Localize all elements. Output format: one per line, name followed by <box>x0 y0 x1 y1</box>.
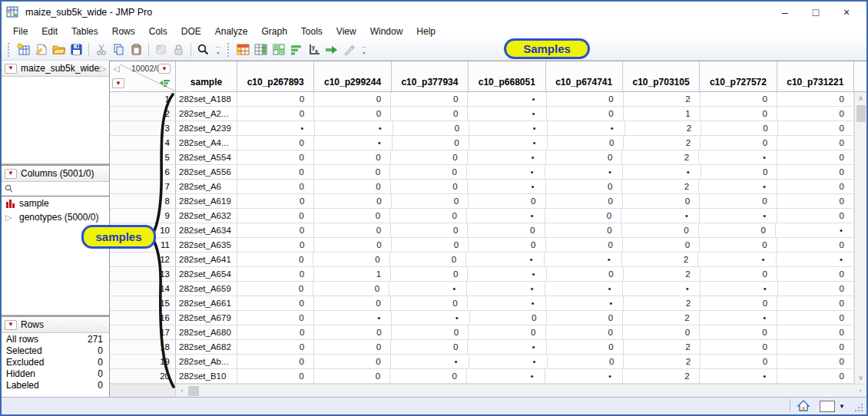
value-cell[interactable]: 0 <box>313 282 389 296</box>
value-cell[interactable]: 2 <box>624 296 701 311</box>
row-number-cell[interactable]: 3 <box>110 121 176 136</box>
value-cell[interactable]: 0 <box>237 296 314 311</box>
menu-doe[interactable]: DOE <box>174 25 208 38</box>
value-cell[interactable]: • <box>468 340 546 355</box>
value-cell[interactable]: 0 <box>777 311 854 325</box>
fit-model-icon[interactable] <box>323 42 340 57</box>
value-cell[interactable]: 0 <box>546 325 623 340</box>
value-cell[interactable]: • <box>314 311 393 325</box>
value-cell[interactable]: • <box>698 253 776 267</box>
data-table-icon[interactable] <box>235 42 251 57</box>
value-cell[interactable]: • <box>701 282 778 296</box>
value-cell[interactable]: • <box>699 150 777 165</box>
value-cell[interactable]: 0 <box>778 121 854 136</box>
window-list-box[interactable] <box>820 401 835 412</box>
value-cell[interactable]: 0 <box>314 209 391 223</box>
sample-cell[interactable]: 282set_A641 <box>176 253 237 267</box>
value-cell[interactable]: 0 <box>546 238 623 253</box>
minimize-button[interactable]: – <box>770 2 800 22</box>
value-cell[interactable]: 0 <box>314 150 391 165</box>
value-cell[interactable]: • <box>700 311 778 325</box>
value-cell[interactable]: 0 <box>777 107 854 121</box>
menu-tables[interactable]: Tables <box>65 25 105 38</box>
resize-grip[interactable] <box>854 401 863 411</box>
value-cell[interactable]: 0 <box>237 165 314 180</box>
value-cell[interactable]: 0 <box>391 150 468 165</box>
menu-cols[interactable]: Cols <box>142 25 174 38</box>
column-header-c10_p668051[interactable]: c10_p668051 <box>469 61 545 91</box>
value-cell[interactable]: 0 <box>392 325 469 340</box>
value-cell[interactable]: • <box>776 223 854 238</box>
rows-panel-red-triangle-menu[interactable]: ▼ <box>5 320 17 330</box>
column-header-c10_p377934[interactable]: c10_p377934 <box>392 61 469 91</box>
sample-cell[interactable]: 282set_A654 <box>176 267 237 282</box>
column-order-icon[interactable] <box>160 77 170 91</box>
value-cell[interactable]: 0 <box>777 194 854 209</box>
value-cell[interactable]: • <box>467 369 545 384</box>
value-cell[interactable]: 2 <box>624 355 701 369</box>
menu-help[interactable]: Help <box>409 25 442 38</box>
value-cell[interactable]: • <box>467 165 545 180</box>
value-cell[interactable]: 0 <box>701 92 777 107</box>
value-cell[interactable]: 1 <box>624 107 701 121</box>
value-cell[interactable]: 0 <box>623 238 700 253</box>
toolbar-overflow-icon[interactable]: —▾ <box>362 44 366 56</box>
value-cell[interactable]: 0 <box>700 238 777 253</box>
value-cell[interactable]: 0 <box>237 311 314 325</box>
value-cell[interactable]: • <box>699 180 777 194</box>
value-cell[interactable]: 2 <box>624 340 701 355</box>
sample-cell[interactable]: 282set_A6 <box>176 180 237 194</box>
row-number-cell[interactable]: 20 <box>110 369 176 384</box>
sample-cell[interactable]: 282set_A661 <box>176 296 237 311</box>
toolbar-grip-handle[interactable] <box>8 43 12 57</box>
value-cell[interactable]: 0 <box>469 325 545 340</box>
value-cell[interactable]: 0 <box>392 238 469 253</box>
row-number-cell[interactable]: 5 <box>110 150 176 165</box>
value-cell[interactable]: 2 <box>623 369 700 384</box>
sample-cell[interactable]: 282set_B10 <box>176 369 237 384</box>
new-data-table-icon[interactable] <box>15 42 31 57</box>
value-cell[interactable]: 0 <box>391 340 468 355</box>
menu-file[interactable]: File <box>6 25 35 38</box>
value-cell[interactable]: 0 <box>237 223 314 238</box>
value-cell[interactable]: 0 <box>314 369 391 384</box>
sample-cell[interactable]: 282set_Ab... <box>176 355 237 369</box>
menu-tools[interactable]: Tools <box>294 25 330 38</box>
sample-cell[interactable]: 282set_A679 <box>176 311 237 325</box>
value-cell[interactable]: • <box>467 209 545 223</box>
value-cell[interactable]: 0 <box>777 325 854 340</box>
menu-edit[interactable]: Edit <box>35 25 65 38</box>
row-number-cell[interactable]: 6 <box>110 165 176 180</box>
value-cell[interactable]: 0 <box>623 194 700 209</box>
value-cell[interactable]: 0 <box>237 340 314 355</box>
value-cell[interactable]: 0 <box>314 223 391 238</box>
value-cell[interactable]: 0 <box>237 282 313 296</box>
value-cell[interactable]: 0 <box>392 194 469 209</box>
value-cell[interactable]: • <box>469 121 547 136</box>
row-number-cell[interactable]: 14 <box>110 282 176 296</box>
value-cell[interactable]: 0 <box>237 136 314 150</box>
row-number-cell[interactable]: 2 <box>110 107 176 121</box>
menu-view[interactable]: View <box>330 25 363 38</box>
value-cell[interactable]: 0 <box>548 136 624 150</box>
value-cell[interactable]: 0 <box>469 194 545 209</box>
value-cell[interactable]: 0 <box>314 194 391 209</box>
column-list-item-genotypes[interactable]: ▷genotypes (5000/0) <box>2 210 109 224</box>
value-cell[interactable]: 0 <box>237 209 314 223</box>
value-cell[interactable]: 0 <box>237 267 314 282</box>
column-header-sample[interactable]: sample <box>176 61 237 91</box>
value-cell[interactable]: 0 <box>548 355 624 369</box>
value-cell[interactable]: 0 <box>391 180 468 194</box>
value-cell[interactable]: 0 <box>547 311 624 325</box>
toolbar-overflow-icon[interactable]: —▾ <box>216 44 220 56</box>
value-cell[interactable]: • <box>468 92 546 107</box>
lock-icon[interactable] <box>171 42 187 57</box>
value-cell[interactable]: • <box>468 267 546 282</box>
value-cell[interactable]: 0 <box>777 238 854 253</box>
column-header-c10_p299244[interactable]: c10_p299244 <box>314 61 391 91</box>
table-panel-red-triangle-menu[interactable]: ▼ <box>5 64 17 74</box>
close-button[interactable]: × <box>831 2 862 22</box>
value-cell[interactable]: 0 <box>547 267 624 282</box>
rows-red-triangle-menu[interactable]: ▼ <box>112 78 124 88</box>
maximize-button[interactable]: □ <box>800 2 831 22</box>
